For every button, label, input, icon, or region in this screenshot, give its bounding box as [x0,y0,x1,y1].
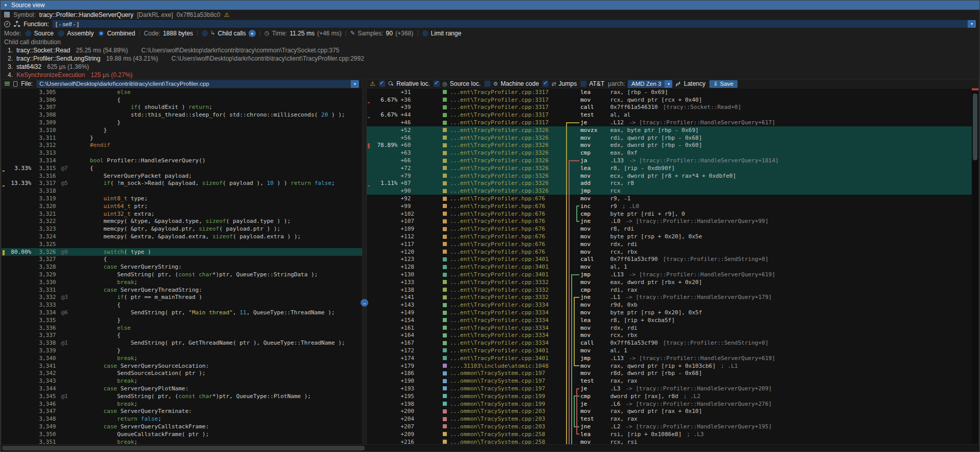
source-line[interactable]: 13.33%3,317@5 if( !m_sock->Read( &payloa… [2,180,362,187]
child-call-item[interactable]: 3.stat64i32625 μs (1.36%) [1,63,979,71]
source-line[interactable]: 3,338@1 SendString( ptr, GetThreadName( … [2,339,362,347]
asm-instruction-row[interactable]: +99...ent\TracyProfiler.hpp:676incr9; .L… [367,202,978,210]
source-line[interactable]: 3,345@1 SendString( ptr, (const char*)pt… [2,392,362,400]
asm-instruction-row[interactable]: +154...ent\TracyProfiler.cpp:3334lear8, … [367,316,978,324]
source-line[interactable]: 3,332@3 if( ptr == m_mainThread ) [2,294,362,302]
source-line[interactable]: 3,337 { [2,332,362,340]
asm-instruction-row[interactable]: +149...ent\TracyProfiler.cpp:3334movbyte… [367,309,978,316]
source-line[interactable]: 3,312#endif [2,142,362,149]
limit-range-checkbox[interactable] [422,30,428,36]
source-line[interactable]: 3,330 break; [2,278,362,286]
asm-instruction-row[interactable]: +117...ent\TracyProfiler.hpp:676movrdx, … [367,240,978,248]
asm-instruction-row[interactable]: +79...ent\TracyProfiler.cpp:3326movecx, … [367,172,978,180]
asm-instruction-row[interactable]: +109...ent\TracyProfiler.hpp:676movr8, r… [367,225,978,233]
child-call-item[interactable]: 1.tracy::Socket::Read25.25 ms (54.89%)C:… [1,46,979,54]
source-line[interactable]: 3,335 } [2,316,362,324]
source-line[interactable]: 3,351 break; [2,438,362,444]
window-titlebar[interactable]: ▼ Source view [1,1,979,10]
asm-instruction-row[interactable]: +63...ent\TracyProfiler.cpp:3326cmpeax, … [367,149,978,157]
collapse-icon[interactable]: ▼ [4,3,8,8]
source-line[interactable]: 3,349 case ServerQueryCallstackFrame: [2,423,362,430]
source-line[interactable]: 3,305 else [2,88,362,96]
asm-instruction-row[interactable]: 1.11%+87...ent\TracyProfiler.cpp:3326add… [367,180,978,187]
asm-instruction-row[interactable]: +31...ent\TracyProfiler.cpp:3317learax, … [367,88,978,96]
source-line[interactable]: 3,310 } [2,126,362,134]
expand-child-calls-button[interactable]: ▲ [249,30,256,37]
asm-instruction-row[interactable]: +186...ommon\TracySystem.cpp:197movr8d, … [367,369,978,377]
source-line[interactable]: 3,342 SendSourceLocation( ptr ); [2,369,362,377]
asm-instruction-row[interactable]: +72...ent\TracyProfiler.cpp:3326lear8, [… [367,164,978,172]
scrollbar-thumb[interactable] [2,446,365,450]
asm-instruction-row[interactable]: +141...ent\TracyProfiler.cpp:3332jne.L1-… [367,294,978,302]
child-call-item[interactable]: 2.tracy::Profiler::SendLongString19.88 m… [1,54,979,63]
asm-instruction-row[interactable]: +52...ent\TracyProfiler.cpp:3326movzxeax… [367,126,978,134]
source-line[interactable]: 80.00%3,326@9 switch( type ) [2,248,362,256]
source-line[interactable]: 3,327 { [2,256,362,263]
pane-divider[interactable]: ↔ [363,79,366,445]
source-line[interactable]: 3,318 [2,187,362,195]
save-button[interactable]: ⇩ Save [709,80,738,88]
pane-resize-grip[interactable]: ↔ [361,299,368,307]
asm-instruction-row[interactable]: +207...ommon\TracySystem.cpp:203jne.L2->… [367,423,978,430]
asm-instruction-row[interactable]: +143...ent\TracyProfiler.cpp:3334movr9d,… [367,301,978,309]
asm-instruction-row[interactable]: +130...ent\TracyProfiler.cpp:3401jmp.L13… [367,271,978,278]
asm-instruction-row[interactable]: +123...ent\TracyProfiler.cpp:3401call0x7… [367,256,978,263]
source-line[interactable]: 3,329 SendString( ptr, (const char*)ptr,… [2,271,362,278]
source-line[interactable]: 3,321 uint32_t extra; [2,210,362,218]
chevron-down-icon[interactable]: ▼ [968,20,976,28]
source-line[interactable]: 3,308 std::this_thread::sleep_for( std::… [2,111,362,119]
asm-instruction-row[interactable]: +198...ommon\TracySystem.cpp:199je.L6-> … [367,400,978,408]
source-line[interactable]: 3,343 break; [2,377,362,385]
asm-instruction-row[interactable]: +120...ent\TracyProfiler.hpp:676movrcx, … [367,248,978,256]
asm-instruction-row[interactable]: +56...ent\TracyProfiler.cpp:3326movrdi, … [367,134,978,142]
asm-instruction-row[interactable]: +164...ent\TracyProfiler.cpp:3334movrcx,… [367,332,978,340]
asm-instruction-row[interactable]: +190...ommon\TracySystem.cpp:197testrax,… [367,377,978,385]
asm-instruction-row[interactable]: +46...ent\TracyProfiler.cpp:3317je.L12->… [367,119,978,126]
file-selector[interactable]: C:\Users\wolf\Desktop\darkrl\contrib\tra… [36,80,359,88]
source-line[interactable]: 3,344 case ServerQueryPlotName: [2,385,362,392]
assembly-vertical-scrollbar[interactable] [972,88,978,444]
asm-instruction-row[interactable]: +167...ent\TracyProfiler.cpp:3334call0x7… [367,339,978,347]
machine-code-checkbox[interactable] [484,81,491,87]
source-loc-checkbox[interactable] [434,81,440,87]
asm-instruction-row[interactable]: +161...ent\TracyProfiler.cpp:3334movrdx,… [367,324,978,332]
source-line[interactable]: 3,309 } [2,119,362,126]
asm-instruction-row[interactable]: +112...ent\TracyProfiler.hpp:676movbyte … [367,233,978,240]
source-line[interactable]: 3,346 break; [2,400,362,408]
att-syntax-checkbox[interactable] [580,81,587,87]
asm-instruction-row[interactable]: +179....31103\include\atomic:1048movrax,… [367,362,978,370]
window-horizontal-scrollbar[interactable] [1,445,979,451]
uarch-selector[interactable]: AMD Zen 3 ▼ [628,80,672,88]
mode-radio-assembly[interactable]: Assembly [58,30,93,37]
source-line[interactable]: 3,331 case ServerQueryThreadString: [2,286,362,294]
function-selector[interactable]: [ - self - ] ▼ [52,20,976,28]
mode-radio-source[interactable]: Source [25,30,53,37]
source-line[interactable]: 3,336 else [2,324,362,332]
asm-instruction-row[interactable]: +128...ent\TracyProfiler.cpp:3401moval, … [367,263,978,271]
source-line[interactable]: 3,334@6 SendString( ptr, "Main thread", … [2,309,362,316]
source-line[interactable]: 3,306 { [2,96,362,104]
source-line[interactable]: 3.33%3,315@7{ [2,164,362,172]
source-line[interactable]: 3,320 uint64_t ptr; [2,202,362,210]
asm-instruction-row[interactable]: +133...ent\TracyProfiler.cpp:3332moveax,… [367,278,978,286]
asm-instruction-row[interactable]: +172...ent\TracyProfiler.cpp:3401moval, … [367,347,978,354]
asm-instruction-row[interactable]: +195...ommon\TracySystem.cpp:199cmpdword… [367,392,978,400]
asm-instruction-row[interactable]: +209...ommon\TracySystem.cpp:258learsi, … [367,430,978,438]
source-line[interactable]: 3,307 if( shouldExit ) return; [2,104,362,111]
chevron-down-icon[interactable]: ▼ [665,80,672,88]
source-line[interactable]: 3,314bool Profiler::HandleServerQuery() [2,157,362,164]
asm-instruction-row[interactable]: +174...ent\TracyProfiler.cpp:3401jmp.L13… [367,354,978,362]
source-line[interactable]: 3,316 ServerQueryPacket payload; [2,172,362,180]
source-line[interactable]: 3,347 case ServerQueryTerminate: [2,407,362,415]
source-line[interactable]: 3,313 [2,149,362,157]
source-line[interactable]: 3,319 uint8_t type; [2,195,362,202]
source-line[interactable]: 3,341 case ServerQuerySourceLocation: [2,362,362,370]
source-line[interactable]: 3,325 [2,240,362,248]
asm-instruction-row[interactable]: +66...ent\TracyProfiler.cpp:3326ja.L33->… [367,157,978,164]
source-line[interactable]: 3,333 { [2,301,362,309]
source-line[interactable]: 3,340 break; [2,354,362,362]
relative-loc-checkbox[interactable] [379,81,385,87]
source-line[interactable]: 3,339 } [2,347,362,354]
jumps-checkbox[interactable] [542,81,549,87]
latency-label[interactable]: Latency [684,80,705,87]
